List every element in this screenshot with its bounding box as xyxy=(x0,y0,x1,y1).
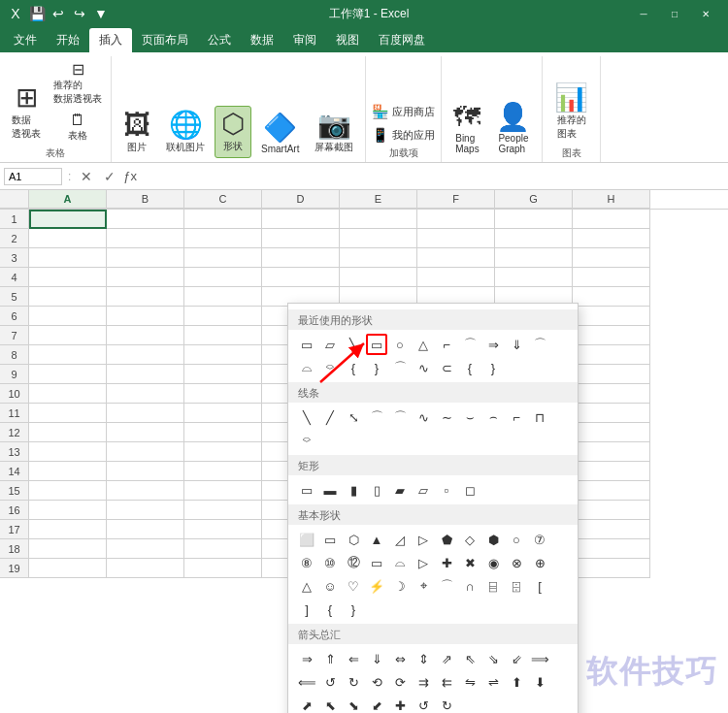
tab-view[interactable]: 视图 xyxy=(326,28,369,52)
shape-icon[interactable]: { xyxy=(343,357,364,378)
shape-icon[interactable]: ⌸ xyxy=(482,575,504,597)
shape-icon[interactable]: ⌒ xyxy=(389,357,411,378)
shape-icon[interactable]: ⬆ xyxy=(506,671,527,693)
shape-icon[interactable]: ○ xyxy=(506,529,527,550)
cell-a17[interactable] xyxy=(29,520,107,539)
online-image-button[interactable]: 🌐 联机图片 xyxy=(160,108,211,158)
shape-icon[interactable]: ∿ xyxy=(413,357,434,378)
shape-icon[interactable]: ⇒ xyxy=(296,648,317,669)
cell-c14[interactable] xyxy=(184,462,262,481)
minimize-button[interactable]: ─ xyxy=(629,0,658,27)
shape-icon[interactable]: ⟳ xyxy=(389,671,411,693)
my-apps-button[interactable]: 📱 我的应用 xyxy=(372,125,435,145)
cell-a19[interactable] xyxy=(29,559,107,578)
cell-h4[interactable] xyxy=(573,268,650,287)
cell-a5[interactable] xyxy=(29,287,107,307)
shape-icon[interactable]: ⬊ xyxy=(343,695,364,713)
people-graph-button[interactable]: 👤 PeopleGraph xyxy=(490,100,536,158)
cell-e4[interactable] xyxy=(340,268,417,287)
shape-icon[interactable]: ⇐ xyxy=(343,648,364,669)
cell-b4[interactable] xyxy=(107,268,184,287)
formula-confirm-btn[interactable]: ✓ xyxy=(100,169,119,184)
shape-icon[interactable]: ⬟ xyxy=(436,529,457,550)
cell-c5[interactable] xyxy=(184,287,262,307)
save-icon[interactable]: 💾 xyxy=(29,6,45,21)
shape-icon[interactable]: ⑧ xyxy=(296,552,317,573)
cell-c19[interactable] xyxy=(184,559,262,578)
shape-icon[interactable]: ⇋ xyxy=(459,671,480,693)
shape-icon[interactable]: ⟹ xyxy=(529,648,550,669)
shape-icon[interactable]: ▷ xyxy=(413,552,434,573)
cell-h8[interactable] xyxy=(573,345,650,365)
cell-h2[interactable] xyxy=(573,229,650,248)
cell-c10[interactable] xyxy=(184,384,262,404)
cell-c9[interactable] xyxy=(184,365,262,384)
cell-b14[interactable] xyxy=(107,462,184,481)
shape-icon[interactable]: ⇓ xyxy=(366,648,387,669)
cell-c3[interactable] xyxy=(184,248,262,268)
shape-icon[interactable]: ⌒ xyxy=(459,334,480,355)
shapes-button[interactable]: ⬡ 形状 xyxy=(215,106,251,158)
shape-icon[interactable]: ⌖ xyxy=(413,575,434,597)
maximize-button[interactable]: □ xyxy=(660,0,689,27)
cell-a3[interactable] xyxy=(29,248,107,268)
tab-home[interactable]: 开始 xyxy=(47,28,89,52)
shape-icon[interactable]: } xyxy=(482,357,504,378)
image-button[interactable]: 🖼 图片 xyxy=(117,108,156,158)
cell-a7[interactable] xyxy=(29,326,107,345)
cell-a8[interactable] xyxy=(29,345,107,365)
shape-icon[interactable]: ⊓ xyxy=(529,406,550,428)
cell-a16[interactable] xyxy=(29,501,107,520)
shape-icon[interactable]: ⤡ xyxy=(343,406,364,428)
shape-icon[interactable]: ⇔ xyxy=(389,648,411,669)
cell-b10[interactable] xyxy=(107,384,184,404)
shape-icon[interactable]: ▱ xyxy=(413,479,434,501)
shape-icon[interactable]: ▭ xyxy=(296,479,317,501)
cell-g4[interactable] xyxy=(495,268,573,287)
cell-h13[interactable] xyxy=(573,442,650,462)
shape-icon[interactable]: ⑩ xyxy=(319,552,341,573)
shape-icon[interactable]: ⌹ xyxy=(506,575,527,597)
shape-icon[interactable]: ⇓ xyxy=(506,334,527,355)
cell-f2[interactable] xyxy=(417,229,495,248)
shape-icon[interactable]: ⬡ xyxy=(343,529,364,550)
shape-icon[interactable]: ⬇ xyxy=(529,671,550,693)
cell-b13[interactable] xyxy=(107,442,184,462)
shape-icon[interactable]: ] xyxy=(296,599,317,620)
shape-icon[interactable]: ⌔ xyxy=(296,430,317,451)
cell-b18[interactable] xyxy=(107,539,184,559)
cell-a1[interactable] xyxy=(29,210,107,229)
cell-b19[interactable] xyxy=(107,559,184,578)
shape-icon[interactable]: ⌓ xyxy=(389,552,411,573)
cell-b11[interactable] xyxy=(107,404,184,423)
cell-h15[interactable] xyxy=(573,481,650,501)
cell-d3[interactable] xyxy=(262,248,340,268)
shape-icon[interactable]: [ xyxy=(529,575,550,597)
shape-icon[interactable]: ⇖ xyxy=(459,648,480,669)
shape-icon[interactable]: ⌢ xyxy=(482,406,504,428)
cell-h6[interactable] xyxy=(573,307,650,326)
cell-a12[interactable] xyxy=(29,423,107,442)
shape-icon[interactable]: ▭ xyxy=(319,529,341,550)
cell-b5[interactable] xyxy=(107,287,184,307)
more-icon[interactable]: ▼ xyxy=(93,6,109,21)
cell-c12[interactable] xyxy=(184,423,262,442)
shape-icon[interactable]: ⇙ xyxy=(506,648,527,669)
cell-g1[interactable] xyxy=(495,210,573,229)
cell-h17[interactable] xyxy=(573,520,650,539)
shape-icon[interactable]: ⇑ xyxy=(319,648,341,669)
cell-a9[interactable] xyxy=(29,365,107,384)
shape-icon[interactable]: ⌒ xyxy=(436,575,457,597)
cell-g2[interactable] xyxy=(495,229,573,248)
cell-h1[interactable] xyxy=(573,210,650,229)
cell-b6[interactable] xyxy=(107,307,184,326)
shape-icon[interactable]: ⊕ xyxy=(529,552,550,573)
shape-icon[interactable]: ✚ xyxy=(436,552,457,573)
cell-h16[interactable] xyxy=(573,501,650,520)
cell-h10[interactable] xyxy=(573,384,650,404)
cell-reference-input[interactable] xyxy=(4,168,62,185)
cell-f3[interactable] xyxy=(417,248,495,268)
cell-h5[interactable] xyxy=(573,287,650,307)
shape-icon[interactable]: ⌐ xyxy=(436,334,457,355)
cell-h7[interactable] xyxy=(573,326,650,345)
